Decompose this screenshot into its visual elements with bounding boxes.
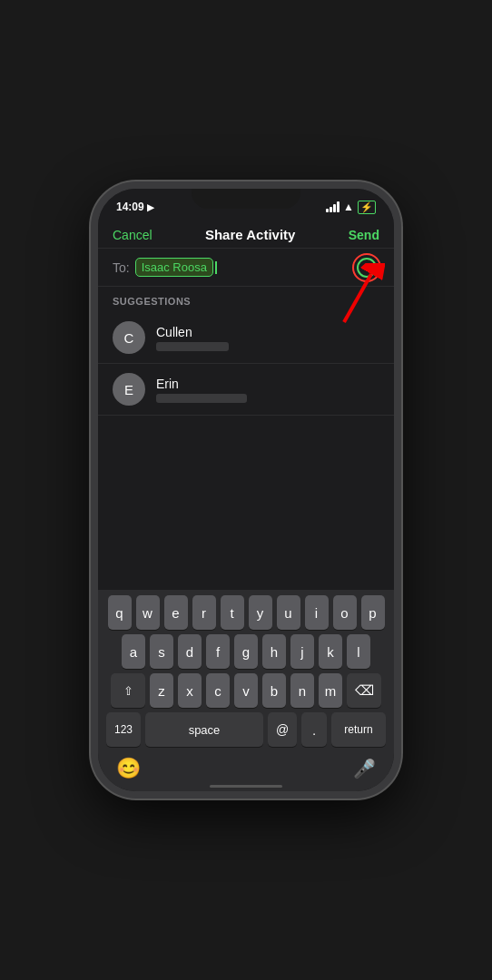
suggestion-detail-blurred: [156, 394, 247, 403]
recipient-tag[interactable]: Isaac Roosa: [135, 258, 213, 277]
text-cursor: [215, 261, 217, 274]
suggestion-name: Erin: [156, 377, 247, 391]
space-key[interactable]: space: [145, 712, 263, 747]
key-d[interactable]: d: [178, 634, 202, 669]
keyboard-row-4: 123 space @ . return: [102, 712, 390, 747]
key-j[interactable]: j: [290, 634, 314, 669]
key-p[interactable]: p: [361, 595, 385, 630]
key-h[interactable]: h: [262, 634, 286, 669]
status-icons: ▲ ⚡: [326, 201, 376, 214]
battery-icon: ⚡: [358, 201, 376, 214]
keyboard-bottom-bar: 😊 🎤: [102, 751, 390, 788]
key-l[interactable]: l: [347, 634, 370, 669]
avatar-erin: E: [113, 373, 145, 406]
suggestions-label: SUGGESTIONS: [98, 287, 394, 312]
nav-bar: Cancel Share Activity Send: [98, 221, 394, 249]
key-n[interactable]: n: [290, 673, 314, 708]
home-indicator: [210, 785, 282, 788]
key-r[interactable]: r: [192, 595, 216, 630]
key-m[interactable]: m: [319, 673, 342, 708]
suggestion-info: Erin: [156, 377, 247, 403]
key-v[interactable]: v: [234, 673, 258, 708]
add-contact-button[interactable]: +: [352, 253, 381, 282]
return-key[interactable]: return: [331, 712, 386, 747]
key-y[interactable]: y: [249, 595, 272, 630]
cancel-button[interactable]: Cancel: [113, 228, 153, 242]
key-i[interactable]: i: [305, 595, 329, 630]
location-icon: ▶: [147, 202, 154, 212]
key-c[interactable]: c: [206, 673, 230, 708]
suggestion-item[interactable]: E Erin: [98, 364, 394, 416]
mic-button[interactable]: 🎤: [353, 758, 376, 779]
key-b[interactable]: b: [262, 673, 286, 708]
time-display: 14:09: [116, 201, 144, 213]
key-s[interactable]: s: [150, 634, 173, 669]
suggestions-section: SUGGESTIONS C Cullen E Erin: [98, 287, 394, 416]
suggestion-detail-blurred: [156, 342, 229, 351]
to-field: To: Isaac Roosa +: [98, 249, 394, 287]
compose-area: [98, 416, 394, 561]
key-g[interactable]: g: [234, 634, 258, 669]
key-x[interactable]: x: [178, 673, 202, 708]
key-w[interactable]: w: [136, 595, 160, 630]
keyboard-row-2: a s d f g h j k l: [102, 634, 390, 669]
avatar-cullen: C: [113, 321, 145, 354]
suggestion-info: Cullen: [156, 325, 229, 351]
key-u[interactable]: u: [277, 595, 300, 630]
period-key[interactable]: .: [301, 712, 327, 747]
emoji-button[interactable]: 😊: [116, 757, 141, 780]
key-a[interactable]: a: [122, 634, 145, 669]
key-q[interactable]: q: [108, 595, 132, 630]
suggestion-item[interactable]: C Cullen: [98, 312, 394, 364]
wifi-icon: ▲: [343, 201, 354, 213]
plus-icon: +: [357, 258, 377, 278]
num-key[interactable]: 123: [106, 712, 141, 747]
send-button[interactable]: Send: [349, 228, 379, 242]
status-time: 14:09 ▶: [116, 201, 154, 213]
phone-frame: 14:09 ▶ ▲ ⚡ Cancel Share Activity Send T…: [91, 181, 401, 799]
key-o[interactable]: o: [333, 595, 357, 630]
key-t[interactable]: t: [221, 595, 244, 630]
notch: [192, 189, 300, 209]
keyboard: q w e r t y u i o p a s d f g h j k l ⇧ …: [98, 590, 394, 791]
key-f[interactable]: f: [206, 634, 230, 669]
shift-key[interactable]: ⇧: [111, 673, 145, 708]
key-z[interactable]: z: [150, 673, 173, 708]
to-label: To:: [113, 260, 130, 275]
keyboard-row-1: q w e r t y u i o p: [102, 595, 390, 630]
signal-icon: [326, 201, 339, 212]
delete-key[interactable]: ⌫: [347, 673, 381, 708]
at-key[interactable]: @: [268, 712, 297, 747]
key-e[interactable]: e: [164, 595, 188, 630]
page-title: Share Activity: [205, 227, 296, 242]
suggestion-name: Cullen: [156, 325, 229, 339]
key-k[interactable]: k: [319, 634, 342, 669]
keyboard-row-3: ⇧ z x c v b n m ⌫: [102, 673, 390, 708]
